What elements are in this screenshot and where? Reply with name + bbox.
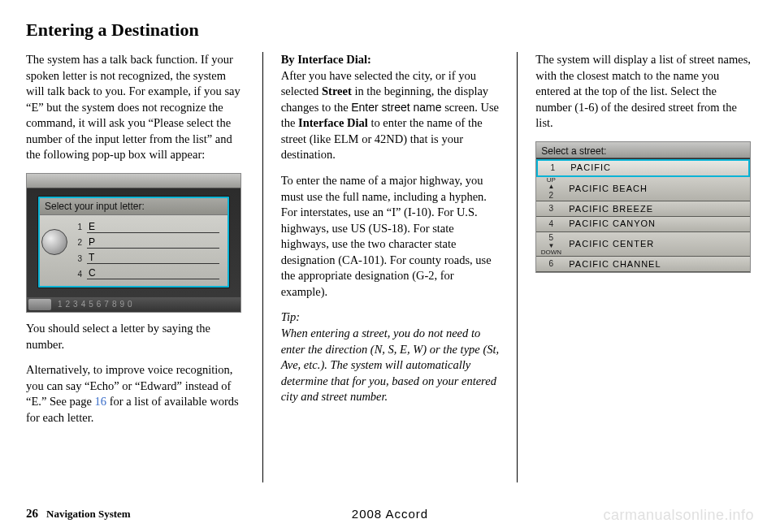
- c2-tip: Tip: When entering a street, you do not …: [281, 309, 500, 404]
- c2-h: By Interface Dial:: [281, 53, 371, 66]
- num2: 2: [77, 237, 82, 249]
- num1: 1: [77, 222, 82, 233]
- street-screenshot: Select a street: 1 PACIFIC UP ▲ 2 PACIFI…: [535, 141, 751, 273]
- corner-slot: [28, 299, 51, 310]
- street-row-1: 1 PACIFIC: [536, 159, 750, 177]
- watermark: carmanualsonline.info: [603, 507, 754, 524]
- footer: 26 Navigation System 2008 Accord carmanu…: [26, 507, 754, 521]
- popup-numbers: 1 2 3 4: [43, 219, 82, 283]
- tip-head: Tip:: [281, 310, 300, 323]
- column-2: By Interface Dial: After you have select…: [281, 52, 500, 482]
- row-num-6: 6: [536, 258, 566, 270]
- keystrip: 1234567890: [27, 297, 240, 312]
- c2-p2: To enter the name of a major highway, yo…: [281, 173, 500, 301]
- up-arrow-icon: ▲: [548, 184, 554, 190]
- letter-c: C: [87, 266, 219, 279]
- street-row-4: 4 PACIFIC CANYON: [536, 217, 750, 232]
- row-num-5: 5: [549, 232, 554, 244]
- street-row-2: UP ▲ 2 PACIFIC BEACH: [536, 177, 750, 202]
- c1-p1: The system has a talk back function. If …: [26, 52, 245, 163]
- street-title: Select a street:: [536, 142, 750, 158]
- row-num-1: 1: [538, 162, 567, 174]
- page-link-16[interactable]: 16: [95, 395, 107, 408]
- popup-topbar: [27, 174, 240, 188]
- popup-title: Select your input letter:: [40, 198, 228, 215]
- c2-p1: By Interface Dial: After you have select…: [281, 52, 500, 163]
- car-model: 2008 Accord: [352, 507, 428, 521]
- row-text-6: PACIFIC CHANNEL: [566, 258, 661, 270]
- letter-t: T: [87, 251, 219, 264]
- row-text-3: PACIFIC BREEZE: [566, 203, 653, 215]
- street-row-5: 5 ▼ DOWN PACIFIC CENTER: [536, 232, 750, 257]
- street-list: 1 PACIFIC UP ▲ 2 PACIFIC BEACH 3 PACIFIC…: [536, 159, 750, 272]
- c3-p1: The system will display a list of street…: [535, 52, 754, 132]
- c1-p3: Alternatively, to improve voice recognit…: [26, 362, 245, 426]
- row-left-2: UP ▲ 2: [536, 177, 566, 201]
- down-label: DOWN: [541, 249, 561, 256]
- tip-body: When entering a street, you do not need …: [281, 327, 499, 403]
- c2-p1f: Interface Dial: [298, 116, 368, 129]
- row-num-4: 4: [536, 218, 566, 230]
- page-title: Entering a Destination: [26, 19, 754, 41]
- row-text-4: PACIFIC CANYON: [566, 218, 656, 230]
- columns: The system has a talk back function. If …: [26, 52, 754, 482]
- num4: 4: [77, 269, 82, 280]
- street-row-3: 3 PACIFIC BREEZE: [536, 201, 750, 217]
- street-row-6: 6 PACIFIC CHANNEL: [536, 257, 750, 272]
- popup-screenshot: Select your input letter: 1 2 3 4 E P T …: [26, 173, 241, 313]
- letter-e: E: [87, 220, 219, 233]
- popup-box: Select your input letter: 1 2 3 4 E P T …: [38, 197, 229, 288]
- column-1: The system has a talk back function. If …: [26, 52, 245, 482]
- num3: 3: [77, 253, 82, 265]
- c2-p1d: Enter street name: [351, 101, 441, 114]
- row-text-5: PACIFIC CENTER: [566, 238, 654, 250]
- row-num-3: 3: [536, 203, 566, 214]
- column-3: The system will display a list of street…: [535, 52, 754, 482]
- divider-1: [262, 52, 263, 482]
- row-text-1: PACIFIC: [567, 162, 611, 174]
- popup-letters: E P T C: [87, 219, 219, 281]
- row-left-5: 5 ▼ DOWN: [536, 232, 566, 257]
- letter-p: P: [87, 236, 219, 249]
- page-number: 26: [26, 507, 38, 521]
- row-num-2: 2: [549, 190, 554, 201]
- c2-p1b: Street: [322, 84, 352, 97]
- c1-p2: You should select a letter by saying the…: [26, 321, 245, 353]
- row-text-2: PACIFIC BEACH: [566, 183, 648, 195]
- section-name: Navigation System: [46, 508, 131, 521]
- divider-2: [517, 52, 518, 482]
